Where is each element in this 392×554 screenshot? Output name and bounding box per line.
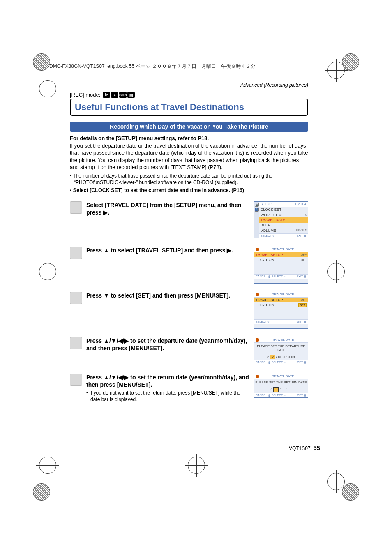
registration-target-icon xyxy=(327,473,345,490)
section-label: Advanced (Recording pictures) xyxy=(70,82,308,89)
step-text: Press ▲/▼/◀/▶ to set the return date (ye… xyxy=(86,374,250,403)
step-1: Select [TRAVEL DATE] from the [SETUP] me… xyxy=(70,201,308,238)
date-month: / --- / xyxy=(279,388,286,392)
date-day: -- xyxy=(273,387,279,392)
step-number-box xyxy=(70,374,82,386)
ss-tabs: 1 2 3 4 xyxy=(295,203,307,206)
step-note: • If you do not want to set the return d… xyxy=(86,390,250,403)
ss-foot-right: SET ▦ xyxy=(297,361,307,364)
ss-foot-left: CANCEL 🗑 SELECT ⟡ xyxy=(256,394,286,397)
ss-message: PLEASE SET THE DEPARTURE DATE xyxy=(254,343,308,354)
registration-target-icon xyxy=(327,263,345,280)
travel-icon xyxy=(256,338,259,342)
ss-row-right: OFF xyxy=(301,298,307,302)
mode-icon: iA xyxy=(103,92,110,98)
ss-row-label: TRAVEL SETUP xyxy=(256,253,283,257)
ss-row-label: BEEP xyxy=(261,223,270,228)
date-year: ---- xyxy=(287,388,292,392)
footer-code: VQT1S07 xyxy=(289,446,311,451)
ss-row-label: TRAVEL DATE xyxy=(261,218,285,222)
step-text: Select [TRAVEL DATE] from the [SETUP] me… xyxy=(86,201,250,216)
page-content: Advanced (Recording pictures) [REC] mode… xyxy=(70,82,308,403)
ss-foot-right: SET ▦ xyxy=(297,320,307,323)
footer-page-number: 55 xyxy=(313,444,320,451)
ss-foot-right: EXIT ▦ xyxy=(297,234,307,238)
ss-foot-left: SELECT ⟡ xyxy=(256,320,270,323)
ss-row-right: OFF xyxy=(301,259,307,262)
travel-icon xyxy=(256,293,259,296)
ss-title: TRAVEL DATE xyxy=(272,247,294,252)
bullet-note-strong: • Select [CLOCK SET] to set the current … xyxy=(70,187,308,193)
ss-foot-left: CANCEL 🗑 SELECT ⟡ xyxy=(256,361,286,364)
rec-mode-line: [REC] mode: iA ● SCN ▤ xyxy=(70,92,308,98)
ss-title: TRAVEL DATE xyxy=(272,374,294,379)
ss-row-tag: SET xyxy=(298,303,307,307)
step-text: Press ▲/▼/◀/▶ to set the departure date … xyxy=(86,337,250,352)
ss-row-right: ⌂ xyxy=(305,213,307,217)
ss-foot-right: EXIT ▦ xyxy=(297,275,307,278)
return-date-screenshot: TRAVEL DATE PLEASE SET THE RETURN DATE ⌂… xyxy=(254,374,308,398)
step-4: Press ▲/▼/◀/▶ to set the departure date … xyxy=(70,337,308,365)
rec-mode-label: [REC] mode: xyxy=(70,92,100,98)
page-title: Useful Functions at Travel Destinations xyxy=(70,99,308,116)
bullet-note: • The number of days that have passed si… xyxy=(70,173,308,186)
page-footer: VQT1S07 55 xyxy=(289,444,320,451)
crop-mark-icon xyxy=(33,483,50,501)
date-year: 2008 xyxy=(288,355,295,359)
step-text: Press ▲ to select [TRAVEL SETUP] and the… xyxy=(86,247,250,254)
ss-row-right: OFF xyxy=(301,253,307,256)
ss-foot-right: SET ▦ xyxy=(297,394,307,397)
ss-row-label: VOLUME xyxy=(261,229,276,233)
ss-row-label: LOCATION xyxy=(256,303,274,307)
step-3: Press ▼ to select [SET] and then press [… xyxy=(70,292,308,329)
registration-target-icon xyxy=(39,457,56,474)
intro-body: If you set the departure date or the tra… xyxy=(70,143,308,171)
ss-foot-left: CANCEL 🗑 SELECT ⟡ xyxy=(256,275,286,278)
ss-row-label: LOCATION xyxy=(256,258,274,262)
travel-setup-set-screenshot: TRAVEL DATE TRAVEL SETUPOFF LOCATIONSET … xyxy=(254,292,308,329)
home-icon: ⌂ xyxy=(270,388,272,392)
crop-mark-icon xyxy=(33,53,50,71)
travel-icon xyxy=(256,248,259,251)
home-icon: ⌂ xyxy=(267,355,270,359)
mode-icon: SCN xyxy=(119,92,127,98)
ss-row-label: TRAVEL SETUP xyxy=(256,298,283,302)
ss-title: TRAVEL DATE xyxy=(272,338,294,342)
ss-row-right: LEVEL3 xyxy=(296,229,307,232)
step-number-box xyxy=(70,337,82,349)
ss-message: PLEASE SET THE RETURN DATE xyxy=(254,379,308,386)
crop-mark-icon xyxy=(342,483,359,501)
mode-icon: ▤ xyxy=(127,92,135,98)
book-header: DMC-FX38GN-VQT1S07_eng.book 55 ページ ２００８年… xyxy=(49,62,343,70)
ss-title: SETUP xyxy=(261,202,272,206)
step-number-box xyxy=(70,292,82,304)
intro-text: For details on the [SETUP] menu settings… xyxy=(70,135,308,171)
travel-icon xyxy=(256,375,259,378)
registration-target-icon xyxy=(188,457,205,474)
step-2: Press ▲ to select [TRAVEL SETUP] and the… xyxy=(70,247,308,284)
date-month: / DEC / xyxy=(276,355,287,359)
step-5: Press ▲/▼/◀/▶ to set the return date (ye… xyxy=(70,374,308,403)
intro-bold: For details on the [SETUP] menu settings… xyxy=(70,135,209,141)
ss-row-label: WORLD TIME xyxy=(261,213,284,217)
tab-icon: 🔧 xyxy=(255,208,259,212)
departure-date-screenshot: TRAVEL DATE PLEASE SET THE DEPARTURE DAT… xyxy=(254,337,308,365)
ss-row-label: CLOCK SET xyxy=(261,208,281,212)
registration-target-icon xyxy=(39,80,56,97)
ss-foot-left: SELECT ⟡ xyxy=(261,234,274,238)
date-day: 2 xyxy=(270,355,275,360)
ss-title: TRAVEL DATE xyxy=(272,293,294,297)
step-number-box xyxy=(70,247,82,259)
step-text: Press ▼ to select [SET] and then press [… xyxy=(86,292,250,299)
tab-icon: 📷 xyxy=(255,203,259,207)
setup-menu-screenshot: 📷 🔧 SETUP 1 2 3 4 CLOCK SET WORLD TIME⌂ … xyxy=(254,201,308,238)
travel-date-menu-screenshot: TRAVEL DATE TRAVEL SETUPOFF LOCATIONOFF … xyxy=(254,247,308,284)
mode-icon: ● xyxy=(111,92,118,98)
registration-target-icon xyxy=(39,263,56,280)
mode-icons: iA ● SCN ▤ xyxy=(103,92,135,98)
sub-heading-bar: Recording which Day of the Vacation You … xyxy=(70,122,308,132)
step-number-box xyxy=(70,201,82,214)
step-text-main: Press ▲/▼/◀/▶ to set the return date (ye… xyxy=(86,374,249,388)
